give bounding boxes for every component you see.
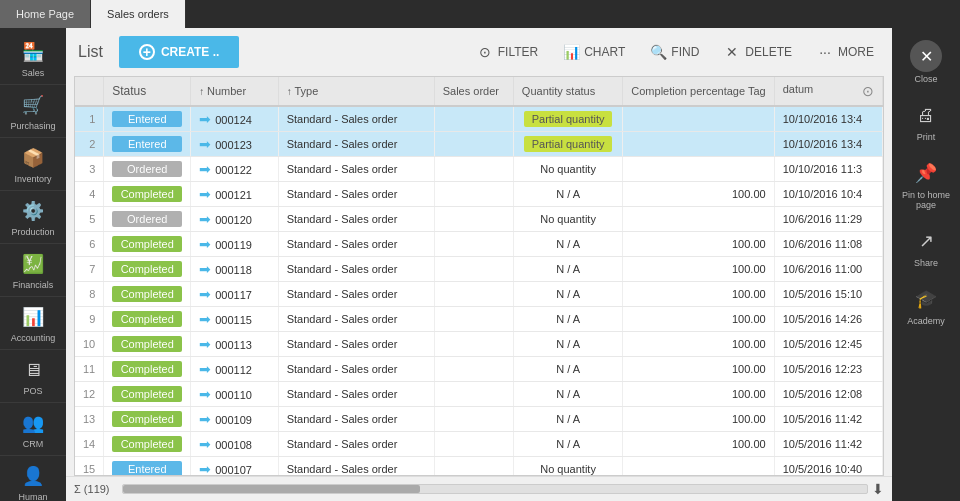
nav-arrow-icon[interactable]: ➡ [199, 136, 211, 152]
find-button[interactable]: 🔍 FIND [643, 39, 705, 65]
row-order-number[interactable]: ➡000124 [191, 106, 278, 132]
sidebar-item-sales[interactable]: 🏪 Sales [0, 32, 66, 85]
row-quantity-status: Partial quantity [513, 106, 622, 132]
table-row[interactable]: 4Completed➡000121Standard - Sales orderN… [75, 182, 883, 207]
row-number: 15 [75, 457, 104, 477]
row-number: 8 [75, 282, 104, 307]
row-completion-pct: 100.00 [623, 232, 774, 257]
chart-button[interactable]: 📊 CHART [556, 39, 631, 65]
nav-arrow-icon[interactable]: ➡ [199, 461, 211, 476]
table-row[interactable]: 11Completed➡000112Standard - Sales order… [75, 357, 883, 382]
row-order-number[interactable]: ➡000120 [191, 207, 278, 232]
status-badge: Completed [112, 386, 182, 402]
table-row[interactable]: 1Entered➡000124Standard - Sales orderPar… [75, 106, 883, 132]
nav-arrow-icon[interactable]: ➡ [199, 436, 211, 452]
table-row[interactable]: 2Entered➡000123Standard - Sales orderPar… [75, 132, 883, 157]
col-quantity-status[interactable]: Quantity status [513, 77, 622, 106]
row-order-number[interactable]: ➡000109 [191, 407, 278, 432]
row-datum: 10/10/2016 13:4 [774, 132, 882, 157]
nav-arrow-icon[interactable]: ➡ [199, 411, 211, 427]
row-order-number[interactable]: ➡000118 [191, 257, 278, 282]
sidebar-item-inventory[interactable]: 📦 Inventory [0, 138, 66, 191]
more-button[interactable]: ··· MORE [810, 39, 880, 65]
col-status[interactable]: Status [104, 77, 191, 106]
col-sales-order[interactable]: Sales order [434, 77, 513, 106]
row-order-number[interactable]: ➡000119 [191, 232, 278, 257]
row-quantity-status: N / A [513, 332, 622, 357]
row-order-number[interactable]: ➡000121 [191, 182, 278, 207]
table-row[interactable]: 13Completed➡000109Standard - Sales order… [75, 407, 883, 432]
sidebar-item-hr[interactable]: 👤 Human resour... [0, 456, 66, 501]
table-row[interactable]: 15Entered➡000107Standard - Sales orderNo… [75, 457, 883, 477]
sidebar-label-financials: Financials [13, 280, 54, 290]
row-sales-order [434, 407, 513, 432]
sidebar-item-production[interactable]: ⚙️ Production [0, 191, 66, 244]
row-status: Completed [104, 307, 191, 332]
row-type: Standard - Sales order [278, 106, 434, 132]
table-wrapper[interactable]: Status ↑ Number ↑ Type Sales order Quant… [74, 76, 884, 476]
nav-arrow-icon[interactable]: ➡ [199, 236, 211, 252]
print-button[interactable]: 🖨 Print [892, 92, 960, 150]
horizontal-scrollbar[interactable] [122, 484, 868, 494]
sidebar-item-purchasing[interactable]: 🛒 Purchasing [0, 85, 66, 138]
col-type[interactable]: ↑ Type [278, 77, 434, 106]
table-row[interactable]: 6Completed➡000119Standard - Sales orderN… [75, 232, 883, 257]
row-order-number[interactable]: ➡000108 [191, 432, 278, 457]
nav-arrow-icon[interactable]: ➡ [199, 111, 211, 127]
nav-arrow-icon[interactable]: ➡ [199, 311, 211, 327]
nav-arrow-icon[interactable]: ➡ [199, 336, 211, 352]
table-row[interactable]: 5Ordered➡000120Standard - Sales orderNo … [75, 207, 883, 232]
download-icon[interactable]: ⬇ [872, 481, 884, 497]
share-icon: ↗ [911, 226, 941, 256]
sidebar-item-crm[interactable]: 👥 CRM [0, 403, 66, 456]
filter-col-icon[interactable]: ⊙ [862, 83, 874, 99]
nav-arrow-icon[interactable]: ➡ [199, 361, 211, 377]
row-order-number[interactable]: ➡000115 [191, 307, 278, 332]
table-row[interactable]: 9Completed➡000115Standard - Sales orderN… [75, 307, 883, 332]
sidebar-item-accounting[interactable]: 📊 Accounting [0, 297, 66, 350]
pin-button[interactable]: 📌 Pin to home page [892, 150, 960, 218]
nav-arrow-icon[interactable]: ➡ [199, 261, 211, 277]
share-button[interactable]: ↗ Share [892, 218, 960, 276]
row-number: 6 [75, 232, 104, 257]
filter-button[interactable]: ⊙ FILTER [470, 39, 544, 65]
status-badge: Completed [112, 261, 182, 277]
status-badge: Ordered [112, 161, 182, 177]
filter-icon: ⊙ [476, 43, 494, 61]
delete-button[interactable]: ✕ DELETE [717, 39, 798, 65]
row-type: Standard - Sales order [278, 332, 434, 357]
close-button[interactable]: ✕ Close [892, 32, 960, 92]
nav-arrow-icon[interactable]: ➡ [199, 386, 211, 402]
table-row[interactable]: 8Completed➡000117Standard - Sales orderN… [75, 282, 883, 307]
table-row[interactable]: 7Completed➡000118Standard - Sales orderN… [75, 257, 883, 282]
table-row[interactable]: 3Ordered➡000122Standard - Sales orderNo … [75, 157, 883, 182]
nav-arrow-icon[interactable]: ➡ [199, 211, 211, 227]
tab-sales-orders[interactable]: Sales orders [91, 0, 186, 28]
row-order-number[interactable]: ➡000107 [191, 457, 278, 477]
row-completion-pct [623, 157, 774, 182]
row-order-number[interactable]: ➡000122 [191, 157, 278, 182]
row-order-number[interactable]: ➡000112 [191, 357, 278, 382]
status-badge: Ordered [112, 211, 182, 227]
sidebar-item-pos[interactable]: 🖥 POS [0, 350, 66, 403]
table-row[interactable]: 10Completed➡000113Standard - Sales order… [75, 332, 883, 357]
col-completion-pct[interactable]: Completion percentage Tag [623, 77, 774, 106]
nav-arrow-icon[interactable]: ➡ [199, 286, 211, 302]
sidebar-item-financials[interactable]: 💹 Financials [0, 244, 66, 297]
table-row[interactable]: 12Completed➡000110Standard - Sales order… [75, 382, 883, 407]
nav-arrow-icon[interactable]: ➡ [199, 161, 211, 177]
tab-home[interactable]: Home Page [0, 0, 91, 28]
nav-arrow-icon[interactable]: ➡ [199, 186, 211, 202]
col-datum[interactable]: datum ⊙ [774, 77, 882, 106]
row-order-number[interactable]: ➡000123 [191, 132, 278, 157]
academy-button[interactable]: 🎓 Academy [892, 276, 960, 334]
col-number[interactable]: ↑ Number [191, 77, 278, 106]
table-body: 1Entered➡000124Standard - Sales orderPar… [75, 106, 883, 476]
row-status: Entered [104, 132, 191, 157]
create-button[interactable]: + CREATE .. [119, 36, 239, 68]
row-order-number[interactable]: ➡000117 [191, 282, 278, 307]
row-order-number[interactable]: ➡000113 [191, 332, 278, 357]
row-order-number[interactable]: ➡000110 [191, 382, 278, 407]
row-quantity-status: N / A [513, 382, 622, 407]
table-row[interactable]: 14Completed➡000108Standard - Sales order… [75, 432, 883, 457]
